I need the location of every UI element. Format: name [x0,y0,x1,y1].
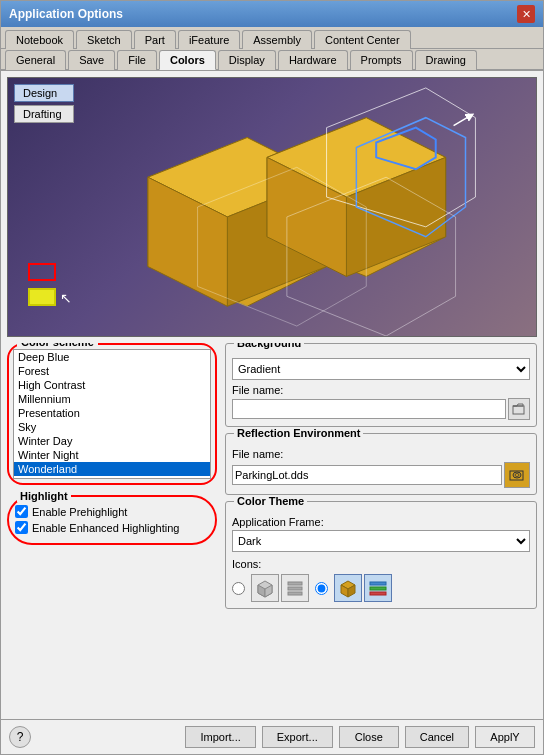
red-indicator [28,263,56,281]
svg-rect-14 [513,406,524,414]
background-dropdown[interactable]: Gradient Image Color [232,358,530,380]
bottom-right-buttons: Import... Export... Close Cancel ApplY [185,726,535,748]
color-scheme-item-winter-night[interactable]: Winter Night [14,448,210,462]
background-group: Background Gradient Image Color File nam… [225,343,537,427]
icons-row [232,574,530,602]
svg-line-11 [454,116,471,126]
enable-enhanced-checkbox[interactable] [15,521,28,534]
tab-display[interactable]: Display [218,50,276,70]
cursor-icon: ↖ [60,290,72,306]
background-label: Background [234,343,304,349]
options-panels: Color scheme Deep Blue Forest High Contr… [7,343,537,713]
preview-area: Design Drafting [7,77,537,337]
highlight-label: Highlight [17,490,71,502]
bottom-bar: ? Import... Export... Close Cancel ApplY [1,719,543,754]
app-frame-dropdown[interactable]: Dark Light [232,530,530,552]
3d-preview-svg [8,78,536,336]
close-window-button[interactable]: ✕ [517,5,535,23]
tab-prompts[interactable]: Prompts [350,50,413,70]
icon-box-mono-1 [251,574,279,602]
bg-filename-row [232,398,530,420]
reflection-filename-row [232,462,530,488]
export-button[interactable]: Export... [262,726,333,748]
tab-assembly[interactable]: Assembly [242,30,312,49]
svg-rect-22 [288,582,302,585]
left-panel: Color scheme Deep Blue Forest High Contr… [7,343,217,713]
color-scheme-item-deep-blue[interactable]: Deep Blue [14,350,210,364]
color-theme-group: Color Theme Application Frame: Dark Ligh… [225,501,537,609]
color-scheme-item-millennium[interactable]: Millennium [14,392,210,406]
svg-rect-28 [370,582,386,585]
enable-prehighlight-checkbox[interactable] [15,505,28,518]
color-scheme-item-high-contrast[interactable]: High Contrast [14,378,210,392]
tab-part[interactable]: Part [134,30,176,49]
tab-save[interactable]: Save [68,50,115,70]
enhanced-highlight-row: Enable Enhanced Highlighting [15,521,209,534]
main-content: Design Drafting [1,71,543,719]
icons-radio-2[interactable] [315,582,328,595]
enable-enhanced-label: Enable Enhanced Highlighting [32,522,179,534]
icon-group-1 [251,574,309,602]
help-button[interactable]: ? [9,726,31,748]
svg-rect-24 [288,592,302,595]
tab-row-1: Notebook Sketch Part iFeature Assembly C… [1,27,543,49]
app-frame-dropdown-row: Dark Light [232,530,530,552]
bg-filename-label: File name: [232,384,530,396]
tab-hardware[interactable]: Hardware [278,50,348,70]
icons-radio-1[interactable] [232,582,245,595]
color-scheme-item-presentation[interactable]: Presentation [14,406,210,420]
enable-prehighlight-label: Enable Prehighlight [32,506,127,518]
svg-rect-29 [370,587,386,590]
color-scheme-list[interactable]: Deep Blue Forest High Contrast Millenniu… [13,349,211,479]
reflection-filename-input[interactable] [232,465,502,485]
import-button[interactable]: Import... [185,726,255,748]
title-bar: Application Options ✕ [1,1,543,27]
application-window: Application Options ✕ Notebook Sketch Pa… [0,0,544,755]
svg-point-17 [513,472,521,478]
tab-general[interactable]: General [5,50,66,70]
bg-browse-button[interactable] [508,398,530,420]
icon-stack-color [364,574,392,602]
icons-label: Icons: [232,558,530,570]
color-scheme-item-sky[interactable]: Sky [14,420,210,434]
right-panel: Background Gradient Image Color File nam… [225,343,537,713]
tab-colors[interactable]: Colors [159,50,216,70]
icon-group-2 [334,574,392,602]
reflection-label: Reflection Environment [234,427,363,439]
browse-icon [512,402,526,416]
tab-sketch[interactable]: Sketch [76,30,132,49]
tab-file[interactable]: File [117,50,157,70]
cancel-button[interactable]: Cancel [405,726,469,748]
reflection-filename-label: File name: [232,448,530,460]
highlight-group: Highlight Enable Prehighlight Enable Enh… [7,495,217,545]
color-scheme-label: Color scheme [17,343,98,348]
prehighlight-row: Enable Prehighlight [15,505,209,518]
color-scheme-item-wonderland[interactable]: Wonderland [14,462,210,476]
svg-point-18 [515,474,519,477]
svg-rect-30 [370,592,386,595]
reflection-group: Reflection Environment File name: [225,433,537,495]
tab-ifeature[interactable]: iFeature [178,30,240,49]
tab-notebook[interactable]: Notebook [5,30,74,49]
icon-box-color-1 [334,574,362,602]
svg-rect-23 [288,587,302,590]
color-scheme-item-winter-day[interactable]: Winter Day [14,434,210,448]
svg-marker-15 [513,404,523,406]
close-button[interactable]: Close [339,726,399,748]
tab-drawing[interactable]: Drawing [415,50,477,70]
tab-content-center[interactable]: Content Center [314,30,411,49]
color-theme-label: Color Theme [234,495,307,507]
reflection-browse-icon [509,467,525,483]
yellow-indicator [28,288,56,306]
app-frame-label: Application Frame: [232,516,530,528]
reflection-browse-button[interactable] [504,462,530,488]
background-dropdown-row: Gradient Image Color [232,358,530,380]
icon-stack-mono [281,574,309,602]
color-scheme-item-forest[interactable]: Forest [14,364,210,378]
apply-button[interactable]: ApplY [475,726,535,748]
bg-filename-input[interactable] [232,399,506,419]
window-title: Application Options [9,7,123,21]
tab-row-2: General Save File Colors Display Hardwar… [1,49,543,71]
